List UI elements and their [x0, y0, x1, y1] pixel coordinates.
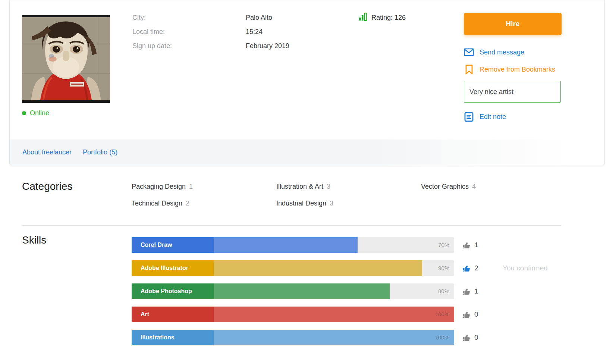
- skill-name: Adobe Photoshop: [132, 283, 214, 299]
- mail-icon: [464, 48, 474, 56]
- thumbs-up-icon[interactable]: [463, 311, 471, 318]
- category-count: 3: [327, 183, 330, 191]
- skill-percent: 70%: [438, 237, 449, 253]
- skill-bar-track: Adobe Illustrator 90%: [132, 260, 454, 276]
- categories-title: Categories: [22, 181, 72, 192]
- info-field-value: Palo Alto: [246, 14, 289, 22]
- category-count: 4: [472, 183, 476, 191]
- freelancer-profile-page: Online City: Palo Alto Local time: 15:24…: [0, 0, 616, 364]
- skill-bar-track: Art 100%: [132, 307, 454, 322]
- info-field-label: Local time:: [132, 28, 246, 36]
- edit-note-label: Edit note: [480, 113, 506, 121]
- tab[interactable]: Portfolio (5): [83, 148, 117, 156]
- rating: Rating: 126: [358, 12, 406, 23]
- skill-bar-track: Illustrations 100%: [132, 330, 454, 345]
- info-field-value: February 2019: [246, 42, 289, 50]
- likes-count: 0: [474, 310, 481, 318]
- skill-percent: 80%: [438, 283, 449, 299]
- hire-button[interactable]: Hire: [464, 13, 562, 35]
- skill-bar-track: Corel Draw 70%: [132, 237, 454, 253]
- skills-list: Corel Draw 70% 1 Adobe Illustrator 90%: [132, 237, 548, 345]
- profile-card: Online City: Palo Alto Local time: 15:24…: [9, 0, 605, 165]
- info-field-label: City:: [132, 14, 246, 22]
- online-status: Online: [22, 109, 49, 117]
- profile-info: City: Palo Alto Local time: 15:24 Sign u…: [132, 14, 289, 50]
- category-name: Illustration & Art: [276, 183, 323, 191]
- skill-percent: 90%: [438, 260, 449, 276]
- remove-bookmarks-link[interactable]: Remove from Bookmarks: [464, 65, 555, 75]
- skill-row: Adobe Illustrator 90% 2 You confirmed: [132, 260, 548, 276]
- skill-row: Illustrations 100% 0: [132, 330, 548, 345]
- avatar-illustration: [22, 15, 110, 103]
- skill-name: Corel Draw: [132, 237, 214, 253]
- skill-row: Art 100% 0: [132, 307, 548, 322]
- category-item[interactable]: Illustration & Art 3: [276, 183, 421, 191]
- you-confirmed-label: You confirmed: [503, 264, 548, 272]
- likes-count: 0: [474, 333, 481, 342]
- section-divider: [22, 225, 561, 226]
- likes-count: 1: [474, 241, 481, 249]
- send-message-label: Send message: [480, 48, 524, 56]
- thumbs-up-icon[interactable]: [463, 264, 471, 272]
- skill-percent: 100%: [435, 330, 449, 345]
- category-name: Vector Graphics: [421, 183, 469, 191]
- skill-row: Corel Draw 70% 1: [132, 237, 548, 253]
- skill-row: Adobe Photoshop 80% 1: [132, 283, 548, 299]
- tab-bar: About freelancer Portfolio (5): [10, 139, 604, 165]
- thumbs-up-icon[interactable]: [463, 288, 471, 295]
- info-field-value: 15:24: [246, 28, 289, 36]
- category-item[interactable]: Packaging Design 1: [132, 183, 276, 191]
- skill-name: Art: [132, 307, 214, 322]
- category-count: 1: [189, 183, 193, 191]
- likes-count: 2: [474, 264, 481, 272]
- actions-panel: Hire Send message Remove from Bookmarks: [464, 13, 562, 125]
- category-count: 2: [186, 200, 189, 207]
- tab[interactable]: About freelancer: [22, 148, 72, 156]
- online-label: Online: [30, 109, 49, 117]
- note-box[interactable]: Very nice artist: [464, 81, 561, 103]
- avatar: [22, 15, 110, 103]
- remove-bookmarks-label: Remove from Bookmarks: [480, 66, 555, 73]
- bookmark-icon: [464, 65, 474, 75]
- thumbs-up-icon[interactable]: [463, 241, 471, 249]
- skill-name: Adobe Illustrator: [132, 260, 214, 276]
- skills-title: Skills: [22, 234, 46, 246]
- send-message-link[interactable]: Send message: [464, 48, 524, 56]
- rating-chart-icon: [358, 12, 367, 23]
- likes-count: 1: [474, 287, 481, 295]
- info-field-label: Sign up date:: [132, 42, 246, 50]
- category-item[interactable]: Industrial Design 3: [276, 200, 421, 207]
- skill-percent: 100%: [435, 307, 449, 322]
- rating-value: Rating: 126: [371, 14, 406, 22]
- category-name: Packaging Design: [132, 183, 186, 191]
- skill-bar-track: Adobe Photoshop 80%: [132, 283, 454, 299]
- category-name: Technical Design: [132, 200, 182, 207]
- category-item[interactable]: Vector Graphics 4: [421, 183, 564, 191]
- category-name: Industrial Design: [276, 200, 326, 207]
- categories-list: Packaging Design 1 Illustration & Art 3 …: [132, 183, 564, 207]
- skill-name: Illustrations: [132, 330, 214, 345]
- category-item[interactable]: Technical Design 2: [132, 200, 276, 207]
- thumbs-up-icon[interactable]: [463, 334, 471, 341]
- edit-note-icon: [464, 112, 474, 122]
- edit-note-link[interactable]: Edit note: [464, 112, 506, 122]
- online-dot-icon: [22, 111, 26, 115]
- category-count: 3: [330, 200, 333, 207]
